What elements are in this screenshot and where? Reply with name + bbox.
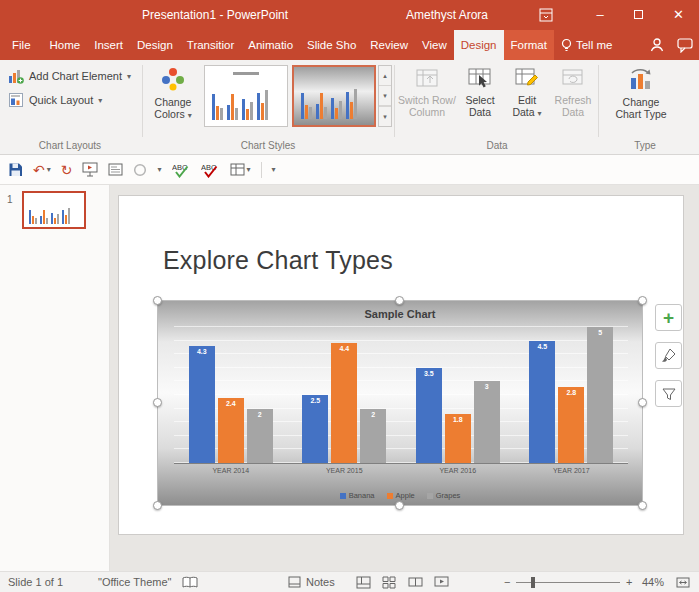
reading-view-icon[interactable] [408, 576, 423, 588]
tab-file[interactable]: File [0, 30, 43, 60]
notes-icon [288, 576, 301, 588]
selection-handle[interactable] [395, 296, 404, 305]
minimize-button[interactable]: – [584, 0, 616, 30]
quick-layout-icon [8, 92, 24, 108]
bar-banana[interactable]: 4.3 [189, 346, 215, 463]
add-chart-element-button[interactable]: Add Chart Element ▾ [4, 65, 135, 87]
tab-design[interactable]: Design [130, 30, 180, 60]
data-label: 2.5 [302, 397, 328, 404]
spelling-check-button[interactable]: ABC [172, 162, 191, 178]
select-data-icon [467, 64, 493, 94]
comments-icon[interactable] [671, 30, 699, 60]
gallery-scroll-up-icon[interactable]: ▴ [379, 66, 391, 86]
normal-view-icon[interactable] [356, 576, 371, 589]
slide[interactable]: Explore Chart Types Sample Chart 4.32.42… [118, 195, 684, 535]
signed-in-user[interactable]: Amethyst Arora [406, 0, 488, 30]
toolbar-dropdown-icon[interactable]: ▾ [157, 165, 161, 174]
new-slide-button[interactable] [108, 163, 123, 176]
selection-handle[interactable] [153, 501, 162, 510]
bar-apple[interactable]: 1.8 [445, 414, 471, 463]
bar-grapes[interactable]: 2 [247, 409, 273, 463]
selection-handle[interactable] [395, 501, 404, 510]
redo-button[interactable]: ↻ [61, 163, 73, 177]
tab-tell-me[interactable]: Tell me [554, 30, 619, 60]
edit-data-button[interactable]: Edit Data ▾ [506, 64, 548, 120]
tab-review[interactable]: Review [363, 30, 415, 60]
bar-banana[interactable]: 4.5 [529, 341, 555, 463]
slide-title-text[interactable]: Explore Chart Types [163, 246, 393, 275]
start-slideshow-button[interactable] [82, 162, 98, 177]
chart-x-axis: YEAR 2014YEAR 2015YEAR 2016YEAR 2017 [174, 467, 628, 474]
bar-group: 4.32.42 [174, 327, 288, 463]
chart-style-2-thumbnail-selected[interactable] [292, 65, 376, 127]
change-chart-type-button[interactable]: Change Chart Type [608, 64, 674, 120]
notes-button[interactable]: Notes [306, 572, 335, 592]
switch-row-column-button[interactable]: Switch Row/ Column [398, 64, 456, 118]
undo-icon: ↶ [33, 163, 45, 177]
tab-animations[interactable]: Animatio [241, 30, 300, 60]
chart-style-1-thumbnail[interactable] [204, 65, 288, 127]
gallery-more-icon[interactable]: ▾ [379, 106, 391, 127]
zoom-level-label[interactable]: 44% [642, 572, 664, 592]
bar-grapes[interactable]: 5 [587, 327, 613, 463]
chart-object[interactable]: Sample Chart 4.32.422.54.423.51.834.52.8… [157, 300, 643, 506]
tab-view[interactable]: View [415, 30, 454, 60]
zoom-out-button[interactable]: − [504, 572, 510, 592]
slide-sorter-view-icon[interactable] [382, 576, 397, 589]
category-label: YEAR 2015 [288, 467, 402, 474]
slideshow-view-icon[interactable] [434, 576, 449, 589]
tab-slide-show[interactable]: Slide Sho [300, 30, 363, 60]
maximize-button[interactable] [622, 0, 654, 30]
bar-apple[interactable]: 2.4 [218, 398, 244, 463]
zoom-in-button[interactable]: + [626, 572, 632, 592]
chart-x-axis-line [174, 463, 628, 464]
bar-banana[interactable]: 2.5 [302, 395, 328, 463]
zoom-slider-thumb[interactable] [531, 577, 535, 588]
bar-apple[interactable]: 2.8 [558, 387, 584, 463]
undo-button[interactable]: ↶▾ [33, 163, 51, 177]
insert-table-button[interactable]: ▾ [230, 163, 251, 176]
chart-styles-button[interactable] [655, 342, 682, 369]
bar-grapes[interactable]: 2 [360, 409, 386, 463]
save-button[interactable] [8, 162, 23, 177]
refresh-data-button[interactable]: Refresh Data [550, 64, 596, 118]
add-chart-element-icon [8, 68, 24, 84]
selection-handle[interactable] [638, 501, 647, 510]
chart-side-buttons: + [655, 304, 682, 407]
chart-elements-button[interactable]: + [655, 304, 682, 331]
shape-button-disabled[interactable] [133, 163, 147, 177]
chart-title[interactable]: Sample Chart [158, 308, 642, 320]
close-button[interactable]: ✕ [658, 0, 699, 30]
bar-banana[interactable]: 3.5 [416, 368, 442, 463]
bar-apple[interactable]: 4.4 [331, 343, 357, 463]
tab-transitions[interactable]: Transitior [180, 30, 242, 60]
bar-grapes[interactable]: 3 [474, 381, 500, 463]
selection-handle[interactable] [638, 398, 647, 407]
tab-chart-tools-format[interactable]: Format [504, 30, 554, 60]
change-colors-button[interactable]: Change Colors ▾ [146, 64, 200, 122]
editing-canvas: Explore Chart Types Sample Chart 4.32.42… [110, 185, 699, 571]
ribbon-chart-design: Add Chart Element ▾ Quick Layout ▾ Chart… [0, 60, 699, 155]
customize-qat-icon[interactable]: ▾ [272, 165, 276, 174]
data-label: 3 [474, 383, 500, 390]
tab-home[interactable]: Home [43, 30, 88, 60]
gallery-scroll-down-icon[interactable]: ▾ [379, 86, 391, 106]
selection-handle[interactable] [153, 296, 162, 305]
selection-handle[interactable] [153, 398, 162, 407]
select-data-button[interactable]: Select Data [458, 64, 502, 118]
quick-layout-button[interactable]: Quick Layout ▾ [4, 89, 106, 111]
spell-check-status-icon[interactable] [182, 576, 198, 589]
ribbon-display-options-icon[interactable] [538, 7, 554, 23]
quick-access-toolbar: ↶▾ ↻ ▾ ABC ABC ▾ ▾ [0, 155, 699, 185]
proofing-check-button[interactable]: ABC [201, 162, 220, 178]
fit-to-window-icon[interactable] [676, 576, 690, 589]
tab-chart-tools-design[interactable]: Design [454, 30, 504, 60]
selection-handle[interactable] [638, 296, 647, 305]
tab-insert[interactable]: Insert [87, 30, 130, 60]
bar-group: 3.51.83 [401, 327, 515, 463]
slide-1-thumbnail[interactable] [22, 191, 86, 229]
refresh-data-icon [560, 64, 586, 94]
chart-filters-button[interactable] [655, 380, 682, 407]
brush-icon [661, 348, 676, 363]
share-person-icon[interactable] [643, 30, 671, 60]
